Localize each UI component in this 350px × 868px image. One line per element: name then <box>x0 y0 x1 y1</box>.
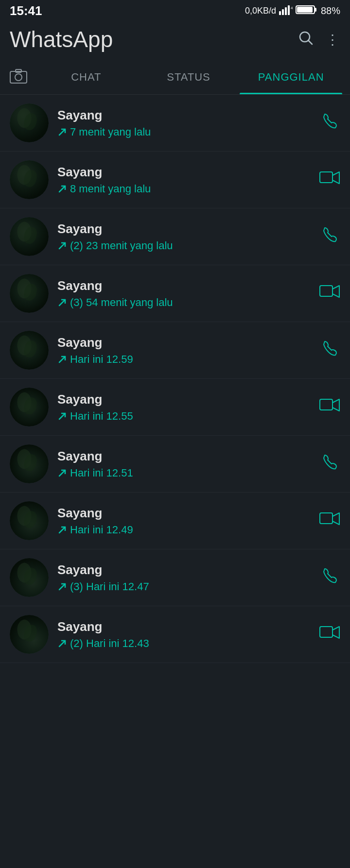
svg-rect-6 <box>315 8 316 12</box>
call-item: SayangHari ini 12.59 <box>0 322 350 379</box>
svg-line-17 <box>59 300 65 306</box>
call-info: Sayang(2) Hari ini 12.43 <box>57 619 310 650</box>
svg-line-14 <box>59 186 65 192</box>
svg-line-23 <box>59 527 65 533</box>
phone-call-icon[interactable] <box>321 339 340 362</box>
call-time: (3) 54 menit yang lalu <box>70 296 173 309</box>
call-name: Sayang <box>57 506 310 521</box>
video-call-icon[interactable] <box>319 624 340 646</box>
signal-icon: 4G <box>279 4 293 17</box>
call-detail: Hari ini 12.59 <box>57 353 312 366</box>
tab-chat[interactable]: CHAT <box>35 60 138 94</box>
phone-call-icon[interactable] <box>321 566 340 590</box>
call-item: Sayang(3) 54 menit yang lalu <box>0 265 350 322</box>
call-item: SayangHari ini 12.55 <box>0 379 350 436</box>
outgoing-arrow-icon <box>57 241 67 251</box>
svg-line-13 <box>59 129 65 135</box>
phone-call-icon[interactable] <box>321 225 340 249</box>
call-detail: Hari ini 12.51 <box>57 467 312 479</box>
call-name: Sayang <box>57 108 312 123</box>
avatar <box>10 388 49 426</box>
tabs-bar: CHAT STATUS PANGGILAN <box>0 60 350 95</box>
svg-rect-24 <box>320 513 332 524</box>
outgoing-arrow-icon <box>57 184 67 194</box>
status-icons: 0,0KB/d 4G 88% <box>245 4 340 17</box>
status-time: 15:41 <box>10 3 42 18</box>
network-speed: 0,0KB/d <box>245 6 276 16</box>
call-time: Hari ini 12.59 <box>70 353 133 366</box>
video-call-icon[interactable] <box>319 510 340 532</box>
call-detail: (2) 23 menit yang lalu <box>57 239 312 252</box>
call-detail: Hari ini 12.49 <box>57 524 310 536</box>
call-info: Sayang(2) 23 menit yang lalu <box>57 221 312 252</box>
outgoing-arrow-icon <box>57 468 67 478</box>
svg-text:4G: 4G <box>291 6 293 10</box>
video-call-icon[interactable] <box>319 169 340 191</box>
call-name: Sayang <box>57 165 310 180</box>
avatar <box>10 331 49 370</box>
menu-icon[interactable]: ⋮ <box>326 32 340 48</box>
call-name: Sayang <box>57 221 312 237</box>
svg-line-19 <box>59 357 65 362</box>
call-info: Sayang7 menit yang lalu <box>57 108 312 138</box>
avatar <box>10 274 49 313</box>
avatar <box>10 103 49 142</box>
tab-status[interactable]: STATUS <box>138 60 240 94</box>
svg-rect-15 <box>320 172 332 183</box>
call-item: Sayang7 menit yang lalu <box>0 95 350 152</box>
camera-icon[interactable] <box>8 61 35 93</box>
search-icon[interactable] <box>298 30 314 50</box>
phone-call-icon[interactable] <box>321 111 340 135</box>
status-bar: 15:41 0,0KB/d 4G 88% <box>0 0 350 21</box>
call-item: Sayang(2) Hari ini 12.43 <box>0 606 350 663</box>
outgoing-arrow-icon <box>57 582 67 592</box>
call-name: Sayang <box>57 278 310 293</box>
video-call-icon[interactable] <box>319 396 340 418</box>
call-name: Sayang <box>57 562 312 578</box>
svg-rect-2 <box>285 7 287 15</box>
call-time: Hari ini 12.51 <box>70 467 133 479</box>
app-title: WhatsApp <box>10 26 113 52</box>
outgoing-arrow-icon <box>57 127 67 137</box>
svg-line-22 <box>59 470 65 476</box>
avatar <box>10 217 49 256</box>
outgoing-arrow-icon <box>57 298 67 307</box>
call-info: SayangHari ini 12.55 <box>57 392 310 423</box>
avatar <box>10 160 49 199</box>
call-time: (3) Hari ini 12.47 <box>70 580 149 593</box>
avatar <box>10 615 49 654</box>
call-time: Hari ini 12.49 <box>70 524 133 536</box>
svg-rect-7 <box>297 7 313 13</box>
call-name: Sayang <box>57 449 312 464</box>
call-list: Sayang7 menit yang lalu Sayang8 menit ya… <box>0 95 350 663</box>
header-actions: ⋮ <box>298 30 340 50</box>
call-item: Sayang8 menit yang lalu <box>0 152 350 208</box>
svg-point-11 <box>15 74 22 81</box>
call-info: Sayang(3) 54 menit yang lalu <box>57 278 310 309</box>
phone-call-icon[interactable] <box>321 452 340 476</box>
svg-rect-27 <box>320 627 332 637</box>
svg-line-20 <box>59 413 65 419</box>
call-detail: (2) Hari ini 12.43 <box>57 637 310 650</box>
call-info: Sayang8 menit yang lalu <box>57 165 310 195</box>
call-info: Sayang(3) Hari ini 12.47 <box>57 562 312 593</box>
outgoing-arrow-icon <box>57 411 67 421</box>
avatar <box>10 444 49 483</box>
svg-line-25 <box>59 584 65 590</box>
tab-panggilan[interactable]: PANGGILAN <box>240 60 342 94</box>
call-detail: 7 menit yang lalu <box>57 126 312 138</box>
outgoing-arrow-icon <box>57 639 67 648</box>
avatar <box>10 558 49 597</box>
video-call-icon[interactable] <box>319 283 340 305</box>
svg-rect-10 <box>10 71 27 83</box>
outgoing-arrow-icon <box>57 355 67 364</box>
call-name: Sayang <box>57 335 312 350</box>
call-detail: 8 menit yang lalu <box>57 183 310 195</box>
battery-icon <box>296 4 318 17</box>
svg-rect-1 <box>282 9 284 15</box>
call-name: Sayang <box>57 392 310 407</box>
call-info: SayangHari ini 12.51 <box>57 449 312 479</box>
call-item: Sayang(3) Hari ini 12.47 <box>0 549 350 606</box>
svg-line-16 <box>59 243 65 249</box>
call-detail: Hari ini 12.55 <box>57 410 310 423</box>
